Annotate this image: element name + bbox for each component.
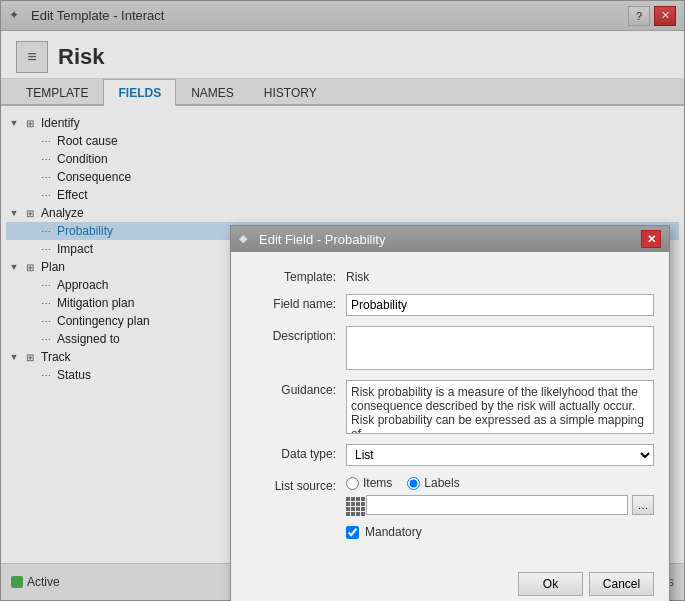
grid-row: … xyxy=(346,495,654,515)
description-label: Description: xyxy=(246,326,336,343)
modal-overlay: ◆ Edit Field - Probability ✕ Template: R… xyxy=(0,0,685,601)
radio-items[interactable]: Items xyxy=(346,476,392,490)
field-name-label: Field name: xyxy=(246,294,336,311)
list-source-label: List source: xyxy=(246,476,336,493)
browse-button[interactable]: … xyxy=(632,495,654,515)
radio-items-label: Items xyxy=(363,476,392,490)
modal-footer: Ok Cancel xyxy=(231,564,669,601)
radio-labels-label: Labels xyxy=(424,476,459,490)
radio-labels-input[interactable] xyxy=(407,477,420,490)
grid-icon[interactable] xyxy=(346,497,362,513)
modal-icon: ◆ xyxy=(239,232,253,246)
field-name-row: Field name: xyxy=(246,294,654,316)
color-input[interactable] xyxy=(366,495,628,515)
mandatory-row: Mandatory xyxy=(246,525,654,539)
radio-group: Items Labels xyxy=(346,476,654,490)
modal-title-left: ◆ Edit Field - Probability xyxy=(239,232,385,247)
ok-button[interactable]: Ok xyxy=(518,572,583,596)
modal-title: Edit Field - Probability xyxy=(259,232,385,247)
guidance-label: Guidance: xyxy=(246,380,336,397)
mandatory-label: Mandatory xyxy=(365,525,422,539)
template-label: Template: xyxy=(246,267,336,284)
field-name-input[interactable] xyxy=(346,294,654,316)
guidance-input[interactable]: Risk probability is a measure of the lik… xyxy=(346,380,654,434)
description-row: Description: xyxy=(246,326,654,370)
radio-items-input[interactable] xyxy=(346,477,359,490)
radio-labels[interactable]: Labels xyxy=(407,476,459,490)
template-value: Risk xyxy=(346,267,654,284)
modal-body: Template: Risk Field name: Description: … xyxy=(231,252,669,564)
modal-title-bar: ◆ Edit Field - Probability ✕ xyxy=(231,226,669,252)
modal-close-button[interactable]: ✕ xyxy=(641,230,661,248)
list-source-content: Items Labels xyxy=(346,476,654,515)
template-row: Template: Risk xyxy=(246,267,654,284)
cancel-button[interactable]: Cancel xyxy=(589,572,654,596)
data-type-select[interactable]: List Text Number Date Boolean xyxy=(346,444,654,466)
list-source-row: List source: Items Labels xyxy=(246,476,654,515)
data-type-row: Data type: List Text Number Date Boolean xyxy=(246,444,654,466)
description-input[interactable] xyxy=(346,326,654,370)
edit-field-modal: ◆ Edit Field - Probability ✕ Template: R… xyxy=(230,225,670,601)
data-type-label: Data type: xyxy=(246,444,336,461)
mandatory-checkbox[interactable] xyxy=(346,526,359,539)
main-window: ✦ Edit Template - Interact ? ✕ ≡ Risk TE… xyxy=(0,0,685,601)
guidance-row: Guidance: Risk probability is a measure … xyxy=(246,380,654,434)
